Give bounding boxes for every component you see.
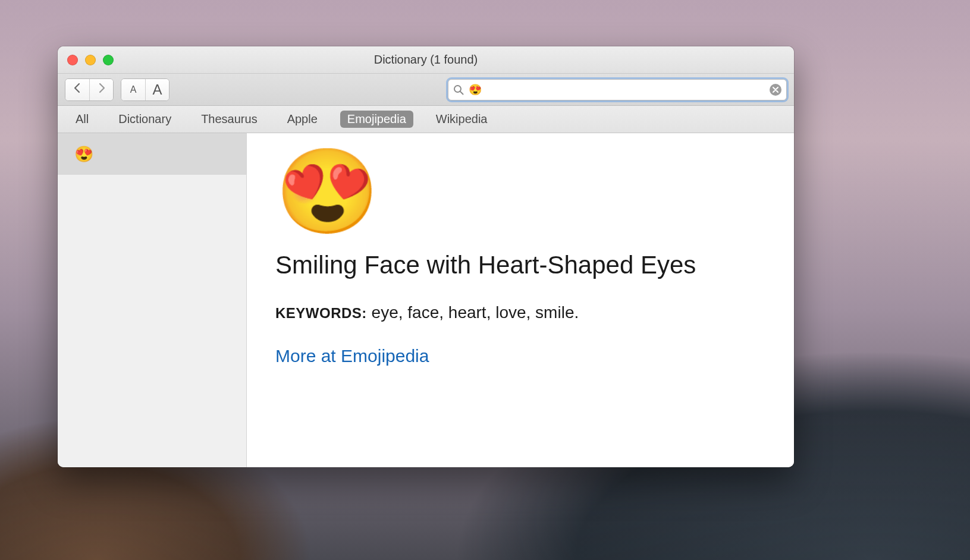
window-controls (58, 55, 114, 65)
definition-pane[interactable]: 😍 Smiling Face with Heart-Shaped Eyes KE… (247, 133, 794, 467)
increase-text-size-button[interactable]: A (145, 79, 169, 100)
text-size-control: A A (121, 78, 169, 101)
window-title: Dictionary (1 found) (58, 53, 794, 67)
scope-thesaurus[interactable]: Thesaurus (194, 111, 265, 128)
zoom-window-button[interactable] (103, 55, 114, 65)
keywords-value: eye, face, heart, love, smile. (367, 303, 579, 322)
scope-dictionary[interactable]: Dictionary (111, 111, 178, 128)
forward-button[interactable] (89, 79, 113, 100)
nav-back-forward (65, 78, 114, 101)
results-sidebar[interactable]: 😍 (58, 133, 247, 467)
scope-all[interactable]: All (68, 111, 96, 128)
search-field[interactable] (448, 79, 787, 100)
scope-wikipedia[interactable]: Wikipedia (429, 111, 495, 128)
scope-apple[interactable]: Apple (280, 111, 325, 128)
entry-keywords: KEYWORDS: eye, face, heart, love, smile. (275, 303, 765, 322)
clear-search-button[interactable] (770, 84, 781, 96)
window-body: 😍 😍 Smiling Face with Heart-Shaped Eyes … (58, 133, 794, 467)
entry-title: Smiling Face with Heart-Shaped Eyes (275, 251, 765, 279)
search-icon (453, 84, 464, 95)
close-window-button[interactable] (67, 55, 78, 65)
result-item-label: 😍 (74, 145, 93, 163)
minimize-window-button[interactable] (85, 55, 96, 65)
toolbar: A A (58, 74, 794, 106)
back-button[interactable] (65, 79, 89, 100)
svg-line-1 (460, 92, 463, 95)
result-item[interactable]: 😍 (58, 133, 246, 175)
entry-emoji: 😍 (275, 150, 765, 233)
dictionary-window: Dictionary (1 found) A A (58, 46, 794, 467)
chevron-left-icon (73, 83, 81, 96)
keywords-label: KEYWORDS: (275, 305, 367, 321)
scope-bar: All Dictionary Thesaurus Apple Emojipedi… (58, 106, 794, 133)
decrease-text-size-button[interactable]: A (121, 79, 145, 100)
more-at-emojipedia-link[interactable]: More at Emojipedia (275, 346, 429, 366)
chevron-right-icon (98, 83, 106, 96)
titlebar: Dictionary (1 found) (58, 46, 794, 74)
search-input[interactable] (469, 83, 765, 96)
scope-emojipedia[interactable]: Emojipedia (340, 111, 413, 128)
